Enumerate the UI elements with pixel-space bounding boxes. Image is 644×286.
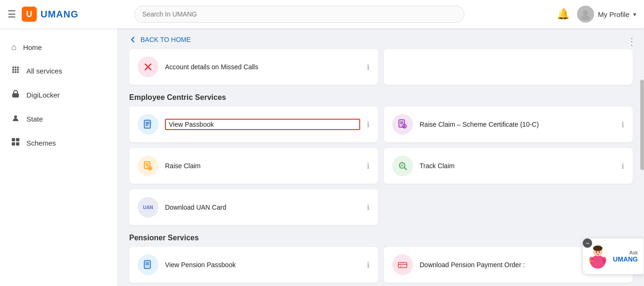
- all-services-icon: [11, 65, 20, 76]
- sidebar-item-all-services[interactable]: All services: [0, 59, 117, 83]
- service-card-track-claim[interactable]: P Track Claim ℹ: [384, 148, 633, 184]
- svg-rect-15: [12, 138, 15, 141]
- track-claim-label: Track Claim: [420, 162, 615, 170]
- svg-point-56: [597, 250, 598, 251]
- minimize-button[interactable]: −: [583, 238, 592, 248]
- missed-calls-info-icon[interactable]: ℹ: [367, 63, 370, 72]
- sidebar-item-all-services-label: All services: [26, 67, 62, 75]
- pension-passbook-icon: [142, 259, 154, 270]
- service-card-download-uan[interactable]: UAN Download UAN Card ℹ: [129, 189, 378, 225]
- scheme-cert-icon: P: [397, 119, 408, 130]
- uan-badge-text: UAN: [143, 205, 153, 210]
- pensioner-section-title: Pensioner Services: [129, 234, 633, 242]
- svg-point-14: [14, 115, 17, 118]
- svg-rect-48: [398, 262, 407, 268]
- svg-point-5: [15, 66, 17, 68]
- pensioner-services-grid: View Pension Passbook ℹ Download Pension…: [129, 247, 633, 283]
- service-card-view-passbook[interactable]: View Passbook ℹ: [129, 106, 378, 142]
- notification-icon[interactable]: 🔔: [557, 8, 570, 20]
- content-panel: ⋮ BACK TO HOME Account detail: [118, 28, 644, 286]
- sidebar-item-state[interactable]: State: [0, 107, 117, 131]
- svg-text:P: P: [404, 125, 405, 128]
- pension-passbook-info-icon[interactable]: ℹ: [367, 261, 370, 270]
- umang-logo-icon: U: [22, 7, 37, 22]
- back-arrow-icon: [129, 36, 137, 43]
- track-claim-icon-circle: P: [392, 155, 413, 176]
- view-passbook-info-icon[interactable]: ℹ: [367, 120, 370, 129]
- raise-claim-label: Raise Claim: [165, 162, 360, 170]
- placeholder-card-top: [384, 49, 633, 85]
- view-passbook-icon-circle: [138, 114, 158, 135]
- svg-point-6: [17, 66, 19, 68]
- sidebar-item-home-label: Home: [23, 43, 42, 51]
- pension-payment-icon-circle: [392, 254, 413, 275]
- ask-umang-widget[interactable]: − Ask UMANG: [582, 238, 644, 275]
- sidebar: ⌂ Home All services: [0, 28, 118, 286]
- pension-payment-icon: [397, 259, 408, 270]
- ask-umang-avatar-area: −: [586, 242, 609, 270]
- back-to-home-label: BACK TO HOME: [140, 36, 191, 43]
- minus-icon: −: [586, 239, 589, 247]
- umang-label: UMANG: [613, 255, 638, 263]
- svg-point-54: [596, 252, 597, 253]
- svg-point-8: [15, 69, 17, 71]
- main-content: ⋮ BACK TO HOME Account detail: [118, 28, 644, 286]
- search-bar-container: [134, 6, 464, 23]
- track-claim-icon: P: [397, 160, 408, 172]
- ask-label: Ask: [629, 250, 638, 255]
- svg-rect-17: [12, 142, 15, 146]
- svg-text:U: U: [26, 9, 33, 19]
- download-uan-label: Download UAN Card: [165, 204, 360, 211]
- svg-point-50: [400, 265, 402, 267]
- uan-badge: UAN: [138, 197, 158, 218]
- svg-point-4: [12, 66, 14, 68]
- profile-label: My Profile: [598, 10, 629, 18]
- track-claim-info-icon[interactable]: ℹ: [621, 162, 624, 171]
- svg-point-3: [581, 15, 590, 20]
- svg-point-7: [12, 69, 14, 71]
- sidebar-item-home[interactable]: ⌂ Home: [0, 36, 117, 59]
- search-input[interactable]: [134, 6, 464, 23]
- missed-calls-icon-circle: [138, 57, 158, 77]
- service-card-raise-claim[interactable]: Raise Claim ℹ: [129, 148, 378, 184]
- header: ☰ U UMANG 🔔 My Profile ▾: [0, 0, 644, 28]
- pension-passbook-icon-circle: [138, 254, 158, 275]
- sidebar-item-schemes[interactable]: Schemes: [0, 131, 117, 155]
- logo-area[interactable]: U UMANG: [22, 7, 79, 22]
- sidebar-item-schemes-label: Schemes: [26, 139, 56, 147]
- logo-text: UMANG: [41, 9, 79, 20]
- schemes-icon: [11, 138, 20, 148]
- service-card-view-pension-passbook[interactable]: View Pension Passbook ℹ: [129, 247, 378, 283]
- home-icon: ⌂: [11, 42, 17, 52]
- digilocker-icon: [11, 90, 20, 100]
- view-pension-passbook-label: View Pension Passbook: [165, 261, 360, 269]
- main-layout: ⌂ Home All services: [0, 28, 644, 286]
- profile-area[interactable]: My Profile ▾: [577, 6, 636, 23]
- service-card-missed-calls[interactable]: Account details on Missed Calls ℹ: [129, 49, 378, 85]
- sidebar-item-digilocker[interactable]: DigiLocker: [0, 83, 117, 107]
- svg-point-55: [599, 252, 600, 253]
- raise-claim-info-icon[interactable]: ℹ: [367, 162, 370, 171]
- svg-text:P: P: [401, 163, 403, 168]
- hamburger-menu-icon[interactable]: ☰: [8, 8, 16, 20]
- svg-line-43: [405, 168, 406, 170]
- avatar-icon: [579, 8, 592, 21]
- avatar: [577, 6, 594, 23]
- missed-calls-label: Account details on Missed Calls: [165, 63, 360, 71]
- service-card-raise-claim-scheme[interactable]: P Raise Claim – Scheme Certificate (10-C…: [384, 106, 633, 142]
- sidebar-item-digilocker-label: DigiLocker: [26, 91, 60, 99]
- svg-point-10: [12, 71, 14, 73]
- header-right: 🔔 My Profile ▾: [557, 6, 636, 23]
- download-uan-info-icon[interactable]: ℹ: [367, 203, 370, 212]
- sidebar-item-state-label: State: [26, 115, 43, 123]
- back-to-home-button[interactable]: BACK TO HOME: [129, 28, 633, 49]
- svg-point-11: [15, 71, 17, 73]
- uan-empty-right: [384, 189, 633, 225]
- svg-point-12: [17, 71, 19, 73]
- more-options-icon[interactable]: ⋮: [627, 36, 636, 47]
- svg-rect-26: [149, 122, 151, 124]
- raise-claim-scheme-icon-circle: P: [392, 114, 413, 135]
- scrollbar-thumb[interactable]: [640, 80, 644, 170]
- employee-section-title: Employee Centric Services: [129, 93, 633, 102]
- raise-claim-scheme-info-icon[interactable]: ℹ: [621, 120, 624, 129]
